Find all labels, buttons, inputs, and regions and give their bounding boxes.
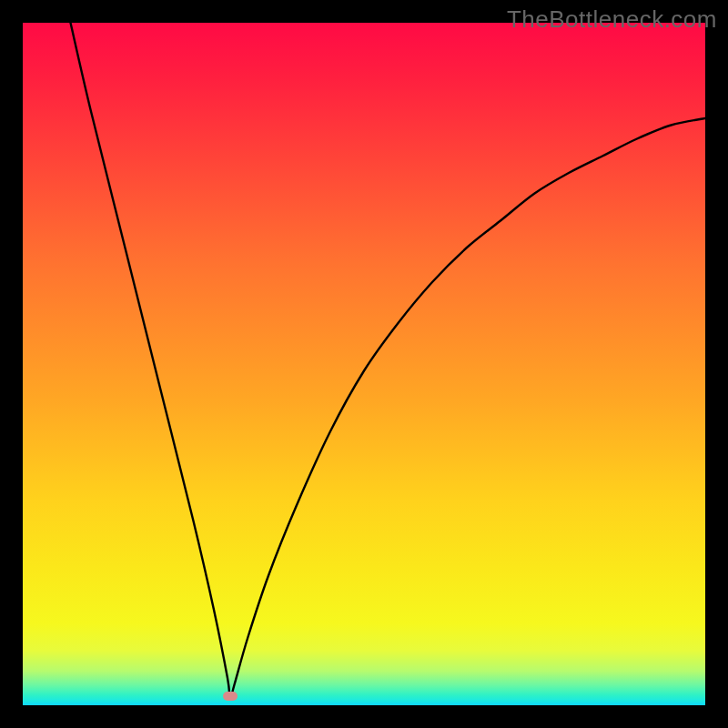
plot-area — [23, 23, 705, 705]
watermark-text: TheBottleneck.com — [507, 5, 717, 34]
chart-frame: TheBottleneck.com — [0, 0, 728, 728]
minimum-marker — [223, 692, 238, 701]
bottleneck-curve — [71, 23, 706, 699]
curve-svg — [23, 23, 705, 705]
